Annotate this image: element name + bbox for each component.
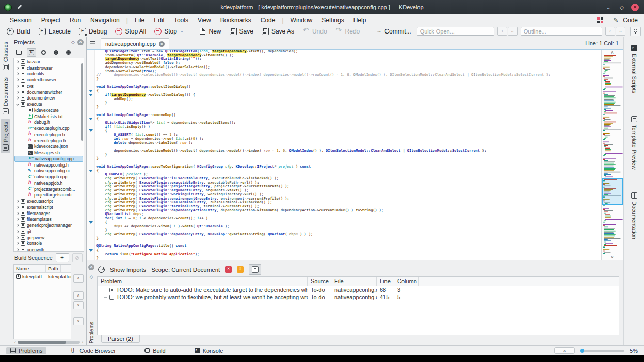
tree-item-projecttargetscomb[interactable]: projecttargetscomb... [14,192,83,199]
float-panel-icon[interactable]: ◇ [90,274,93,279]
expand-icon[interactable] [16,200,19,203]
code-line[interactable]: void NativeAppConfigPage::saveToConfigur… [96,165,601,169]
commit-button[interactable]: Commit... [371,27,414,36]
new-folder-button[interactable] [14,48,24,57]
tree-item-execute[interactable]: execute [14,101,83,107]
errors-filter-icon[interactable] [225,266,232,273]
fold-marker-icon[interactable] [89,170,93,174]
expand-statusbar-button[interactable]: ∧ [554,347,575,354]
menu-file[interactable]: File [130,15,149,25]
menu-bookmarks[interactable]: Bookmarks [216,15,256,25]
expand-icon[interactable] [16,206,19,209]
tree-item-contextbrowser[interactable]: contextbrowser [14,77,83,83]
close-icon[interactable]: ✕ [631,4,639,11]
column-header-name[interactable]: Name [14,265,46,272]
statusbar-item-problems[interactable]: Problems [6,347,46,354]
statusbar-item-build[interactable]: Build [140,347,169,354]
scroll-left-icon[interactable]: ‹ [14,340,16,345]
tree-item-documentview[interactable]: documentview [14,95,83,102]
tree-item-nativeappjob-cpp[interactable]: nativeappjob.cpp [14,174,83,180]
code-line[interactable]: if(targetDependency->selectItemDialog())… [96,93,601,97]
expand-icon[interactable] [16,73,19,76]
menu-view[interactable]: View [193,15,216,25]
code-line[interactable]: addDep(); [96,97,601,102]
code-line[interactable]: { [96,169,601,173]
code-line[interactable]: dependencies->selectionModel()->clearSel… [96,65,601,70]
new-button[interactable]: New [195,27,225,36]
gear-sync-button[interactable] [52,48,61,57]
tree-item-executeplugin-h[interactable]: executeplugin.h [14,131,83,138]
code-line[interactable]: delete dependencies->takeItem( row ); [96,141,601,145]
move-top-button[interactable]: ∧ [73,274,84,283]
column-header-source[interactable]: Source [308,277,331,286]
next-icon[interactable]: › [605,27,615,36]
menu-tools[interactable]: Tools [169,15,193,25]
expand-icon[interactable] [16,242,19,245]
menu-help[interactable]: Help [349,15,371,25]
move-up-button[interactable]: ∧ [73,291,84,300]
code-line[interactable]: dependencies->selectionModel()->select( … [96,149,601,153]
code-line[interactable]: } [96,101,601,105]
tree-item-cvs[interactable]: cvs [14,83,83,89]
tree-item-filetemplates[interactable]: filetemplates [14,217,83,223]
code-line[interactable]: } [96,157,601,161]
stop-all-button[interactable]: Stop All [111,27,150,36]
document-list-icon[interactable] [88,39,99,48]
problem-row[interactable]: TODO: we probably want to flexibilize, b… [98,293,619,301]
tree-item-messages-sh[interactable]: Messages.sh [14,150,83,156]
tree-item-git[interactable]: git [14,228,83,235]
minimize-icon[interactable]: ⌄ [604,3,613,11]
statusbar-item-code-browser[interactable]: Code Browser [67,347,120,354]
code-line[interactable]: deps << dependencies->item( i )->data( Q… [96,225,601,229]
minimap-canvas[interactable] [602,55,623,254]
collapse-icon[interactable] [16,103,19,106]
expand-icon[interactable] [16,60,19,63]
code-area-label[interactable]: Code [623,17,638,24]
menu-window[interactable]: Window [286,15,317,25]
add-to-build-sequence-button[interactable]: + [56,253,69,262]
menu-navigation[interactable]: Navigation [86,15,124,25]
expand-icon[interactable] [16,91,19,94]
outline-input[interactable] [521,27,602,36]
chevron-down-icon[interactable]: ⌄ [616,27,625,36]
code-line[interactable]: for( int i = 0; i < dependencies->count(… [96,217,601,221]
gear-search-button[interactable] [64,48,73,57]
menu-project[interactable]: Project [37,15,65,25]
code-line[interactable]: } [96,237,601,241]
code-line[interactable]: if( !list.isEmpty() ) [96,125,601,129]
build-button[interactable]: Build [3,27,34,36]
tree-item-genericprojectmanager[interactable]: genericprojectmanager [14,222,83,228]
tree-item-classbrowser[interactable]: classbrowser [14,65,83,71]
prev-icon[interactable]: ‹ [497,27,507,36]
dock-tab-projects[interactable]: Projects [1,119,10,153]
dock-tab-external-scripts[interactable]: External Scripts [630,42,638,96]
gear-button[interactable] [39,48,49,57]
progress-slider[interactable] [580,350,624,352]
tree-item-iexecuteplugin-h[interactable]: iexecuteplugin.h [14,138,83,144]
menu-session[interactable]: Session [5,15,37,25]
code-line[interactable]: void NativeAppConfigPage::removeDep() [96,113,601,118]
expand-icon[interactable] [16,218,19,221]
code-editor[interactable]: QListWidgetItem* item = new QListWidgetI… [87,49,623,260]
tree-item-executescript[interactable]: executescript [14,198,83,204]
expand-icon[interactable] [16,248,19,251]
tab-close-icon[interactable]: ✕ [159,41,165,47]
fold-marker-icon[interactable] [89,129,93,134]
tree-item-nativeappconfig-cpp[interactable]: nativeappconfig.cpp [14,156,83,162]
expand-icon[interactable] [16,224,19,227]
column-header-file[interactable]: File [331,277,377,286]
tree-scrollbar[interactable] [81,63,83,141]
menu-settings[interactable]: Settings [317,15,348,25]
show-imports-button[interactable]: Show Imports [110,267,146,273]
stop-button[interactable]: Stop⌄ [151,27,187,36]
expand-icon[interactable] [16,230,19,233]
close-panel-icon[interactable]: ✕ [77,39,84,45]
remove-from-build-sequence-button[interactable]: ⊘ [72,253,83,262]
tree-item-debug-h[interactable]: debug.h [14,120,83,126]
dock-tab-template-preview[interactable]: Template Preview [630,113,638,172]
dock-tab-documents[interactable]: Documents [1,75,10,117]
undo-button[interactable]: Undo [299,27,331,36]
fold-marker-icon[interactable] [89,94,93,98]
build-sequence-hscrollbar[interactable]: ‹ › [11,339,86,345]
hints-filter-button[interactable] [249,264,261,275]
